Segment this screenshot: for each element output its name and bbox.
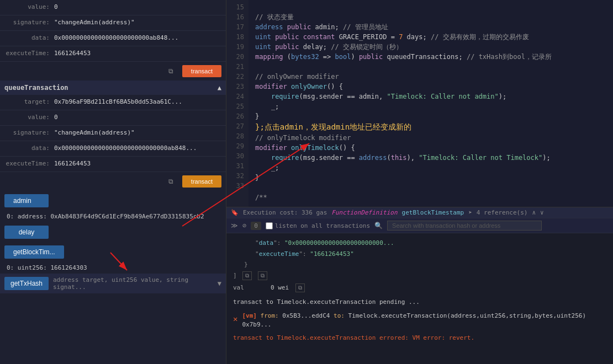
error-icon: ✕: [233, 313, 237, 325]
transact-button-1[interactable]: transact: [182, 65, 221, 77]
console-toolbar: ≫ ⊘ 0 listen on all transactions 🔍: [226, 218, 613, 233]
queue-executetime-label: executeTime:: [4, 159, 54, 167]
value-label-1: value:: [4, 2, 54, 10]
arrow-icon: ➤: [468, 209, 472, 216]
copy-button-1[interactable]: ⧉: [242, 271, 252, 280]
queue-collapse-icon[interactable]: ▲: [218, 84, 221, 92]
search-input[interactable]: [387, 221, 542, 231]
signature-field-1: signature: "changeAdmin(address)": [0, 15, 226, 31]
json-data-line: "data": "0x000000000000000000000000...: [233, 238, 606, 249]
chevron-down-icon[interactable]: ▼: [218, 280, 221, 287]
transact-btn-row-1: ⧉ transact: [0, 62, 226, 81]
val-label: val: [233, 283, 266, 293]
right-panel: 15 16 17 18 19 20 21 22 23 24 25 26 27 2…: [226, 0, 613, 364]
queue-value-field: value: 0: [0, 110, 226, 126]
search-icon: 🔍: [374, 222, 383, 229]
queue-target-value: 0x7b96aF9Bd211cBf6BA5b0dd53aa61C...: [54, 97, 221, 105]
delay-btn-container: delay: [0, 222, 226, 242]
queue-signature-field: signature: "changeAdmin(address)": [0, 126, 226, 141]
pending-text: transact to Timelock.executeTransaction …: [233, 295, 606, 309]
transact-btn-row-2: ⧉ transact: [0, 172, 226, 191]
queue-signature-value: "changeAdmin(address)": [54, 128, 221, 136]
code-area: 15 16 17 18 19 20 21 22 23 24 25 26 27 2…: [226, 0, 613, 207]
signature-value-1: "changeAdmin(address)": [54, 18, 221, 26]
queue-data-label: data:: [4, 143, 54, 152]
listen-checkbox[interactable]: [266, 222, 273, 229]
gas-icon: 🔖: [231, 209, 239, 216]
transact-button-2[interactable]: transact: [182, 175, 221, 188]
copy-icon-1[interactable]: ⧉: [168, 67, 173, 75]
executetime-json: 1661264453: [314, 250, 350, 258]
to-address: Timelock.executeTransaction(address,uint…: [348, 312, 586, 319]
executetime-label-1: executeTime:: [4, 49, 54, 57]
queue-section-header: queueTransaction ▲: [0, 81, 226, 95]
from-address: 0x5B3...eddC4: [282, 312, 330, 319]
value-value-1: 0: [54, 2, 221, 10]
getblock-btn-container: getBlockTim...: [0, 242, 226, 262]
line-numbers: 15 16 17 18 19 20 21 22 23 24 25 26 27 2…: [226, 0, 249, 207]
copy-button-2[interactable]: ⧉: [258, 271, 267, 280]
console-area: ≫ ⊘ 0 listen on all transactions 🔍 "data…: [226, 218, 613, 364]
left-panel: value: 0 signature: "changeAdmin(address…: [0, 0, 226, 364]
console-fold-icon[interactable]: ≫: [231, 222, 238, 229]
chevron-down-icon-toolbar[interactable]: ∨: [540, 209, 544, 216]
code-content: // 状态变量 address public admin; // 管理员地址 u…: [249, 0, 613, 207]
value-field-1: value: 0: [0, 0, 226, 15]
copy-val-button[interactable]: ⧉: [295, 283, 305, 292]
error-row: ✕ [vm] from: 0x5B3...eddC4 to: Timelock.…: [233, 309, 606, 332]
admin-button[interactable]: admin: [4, 194, 49, 207]
chevron-up-icon[interactable]: ∧: [532, 209, 536, 216]
getblock-result: 0: uint256: 1661264303: [0, 262, 226, 274]
queue-signature-label: signature:: [4, 128, 54, 136]
bottom-toolbar: 🔖 Execution cost: 336 gas FunctionDefini…: [226, 207, 613, 218]
copy-icon-2[interactable]: ⧉: [168, 178, 173, 185]
queue-value-value: 0: [54, 113, 221, 121]
queue-data-value: 0x00000000000000000000000000000ab848...: [54, 143, 221, 152]
signature-label-1: signature:: [4, 18, 54, 26]
queue-data-field: data: 0x00000000000000000000000000000ab8…: [0, 141, 226, 157]
gettxhash-row: getTxHash address target, uint256 value,…: [0, 274, 226, 293]
queue-executetime-field: executeTime: 1661264453: [0, 157, 226, 172]
admin-result: 0: address: 0xAb8483F64d9C6d1EcF9b849Ae6…: [0, 211, 226, 222]
gettxhash-hint: address target, uint256 value, string si…: [53, 276, 213, 291]
data-field-1: data: 0x000000000000000000000000ab848...: [0, 31, 226, 46]
queue-executetime-value: 1661264453: [54, 159, 221, 167]
listen-label: listen on all transactions: [275, 222, 370, 229]
queue-value-label: value:: [4, 113, 54, 121]
executetime-field-1: executeTime: 1661264453: [0, 46, 226, 62]
data-label-1: data:: [4, 33, 54, 41]
listen-checkbox-label[interactable]: listen on all transactions: [266, 222, 370, 229]
refs-count: 4 reference(s): [477, 209, 528, 216]
val-row: val 0 wei ⧉: [233, 281, 606, 295]
fn-type: FunctionDefinition: [331, 209, 397, 216]
json-close-bracket: }: [233, 259, 606, 270]
revert-text: transact to Timelock.executeTransaction …: [233, 332, 606, 344]
getblock-button[interactable]: getBlockTim...: [4, 245, 64, 259]
queue-title: queueTransaction: [4, 84, 68, 92]
json-outer-close: ] ⧉ ⧉: [233, 270, 606, 281]
queue-target-field: target: 0x7b96aF9Bd211cBf6BA5b0dd53aa61C…: [0, 95, 226, 110]
executetime-value-1: 1661264453: [54, 49, 221, 57]
fn-name: getBlockTimestamp: [402, 209, 464, 216]
data-value-1: 0x000000000000000000000000ab848...: [54, 33, 221, 41]
val-value: 0 wei: [271, 283, 289, 293]
error-text: [vm] from: 0x5B3...eddC4 to: Timelock.ex…: [242, 312, 606, 330]
delay-button[interactable]: delay: [4, 226, 49, 239]
console-badge: 0: [251, 222, 261, 230]
gas-info: Execution cost: 336 gas: [243, 209, 327, 216]
queue-target-label: target:: [4, 97, 54, 105]
console-block-icon: ⊘: [242, 222, 246, 229]
tx-hash: 0x7b9...: [242, 321, 271, 328]
json-executetime-line: "executeTime": "1661264453": [233, 249, 606, 260]
console-content: "data": "0x000000000000000000000000... "…: [226, 233, 613, 348]
gettxhash-button[interactable]: getTxHash: [4, 277, 49, 290]
admin-btn-container: admin: [0, 191, 226, 211]
code-lines: 15 16 17 18 19 20 21 22 23 24 25 26 27 2…: [226, 0, 613, 207]
